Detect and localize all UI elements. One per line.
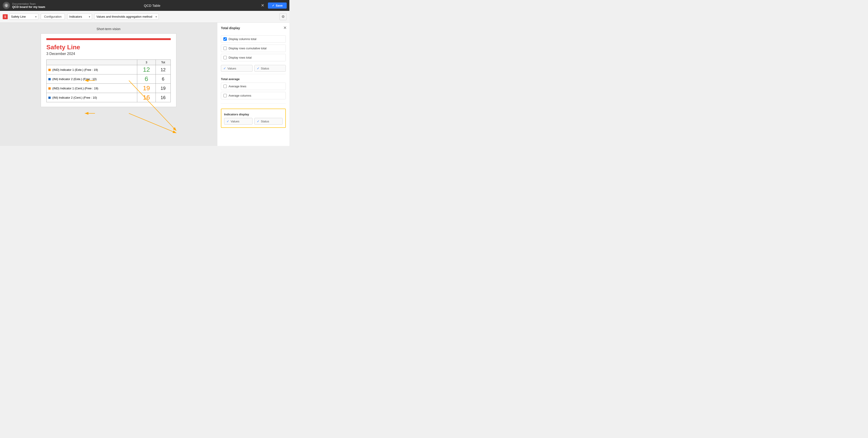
- status-label: Status: [261, 67, 269, 70]
- average-columns-label: Average columns: [228, 94, 251, 97]
- title-bar: Q Documentation Team QCD board for my te…: [0, 0, 289, 11]
- indicators-values-check-icon: ✓: [226, 119, 229, 123]
- chart-wrapper: Safety Line 3 December 2024 3 Tot: [41, 33, 176, 107]
- save-button[interactable]: ✓ Save: [268, 2, 287, 8]
- safety-line-title: Safety Line: [46, 43, 171, 51]
- indicators-select[interactable]: Indicators: [67, 13, 92, 20]
- values-check-icon: ✓: [223, 66, 226, 70]
- col-header-label: [46, 60, 137, 65]
- app-logo: Q: [3, 2, 10, 9]
- average-columns-row: Average columns: [221, 92, 286, 99]
- indicators-status-button[interactable]: ✓ Status: [254, 118, 283, 125]
- save-check-icon: ✓: [272, 4, 275, 7]
- tot-value: 16: [160, 95, 165, 100]
- data-table: 3 Tot (IND) Indicator 1 (Exte.) (Free : …: [46, 59, 171, 102]
- table-cell-tot: 16: [156, 93, 170, 102]
- col3-value: 16: [143, 94, 150, 101]
- table-cell-col3: 6: [137, 75, 156, 84]
- table-row-label: (INI) Indicator 2 (Cent.) (Free : 10): [46, 93, 137, 102]
- table-cell-col3: 12: [137, 65, 156, 75]
- average-lines-row: Average lines: [221, 83, 286, 90]
- table-cell-tot: 12: [156, 65, 170, 75]
- svg-line-6: [129, 113, 176, 133]
- chart-container: Safety Line 3 December 2024 3 Tot: [41, 33, 176, 107]
- average-lines-checkbox[interactable]: [223, 85, 227, 88]
- display-rows-cumulative-total-label: Display rows cumulative total: [228, 47, 267, 50]
- table-row-label: (INI) Indicator 2 (Exte.) (Free : 10): [46, 75, 137, 84]
- table-cell-col3: 19: [137, 84, 156, 93]
- indicators-display-title: Indicators display: [224, 113, 283, 116]
- safety-line-icon: S: [3, 14, 8, 19]
- org-name: Documentation Team: [12, 2, 45, 5]
- tot-value: 19: [160, 86, 165, 91]
- col3-value: 12: [143, 66, 150, 73]
- right-panel-close-button[interactable]: ✕: [283, 25, 287, 30]
- values-button[interactable]: ✓ Values: [221, 65, 253, 72]
- table-cell-col3: 16: [137, 93, 156, 102]
- toolbar: S Safety Line ▾ Configuration Indicators…: [0, 11, 289, 23]
- chart-date: 3 December 2024: [46, 52, 171, 56]
- chart-panel: Short-term vision Safety Line 3 December…: [0, 23, 217, 146]
- display-columns-total-row: Display columns total: [221, 35, 286, 43]
- gear-button[interactable]: ⚙: [279, 13, 287, 20]
- aggregation-wrapper: Values and thresholds aggregation method…: [94, 13, 159, 20]
- col-header-tot: Tot: [156, 60, 170, 65]
- average-columns-checkbox[interactable]: [223, 94, 227, 97]
- status-button[interactable]: ✓ Status: [254, 65, 286, 72]
- indicators-values-label: Values: [230, 120, 240, 123]
- title-bar-org: Documentation Team QCD board for my team: [12, 2, 45, 8]
- svg-text:Q: Q: [5, 4, 7, 7]
- red-accent-bar: [46, 38, 171, 40]
- average-lines-label: Average lines: [228, 85, 246, 88]
- board-name: QCD board for my team: [12, 5, 45, 8]
- window-title: QCD Table: [144, 4, 160, 7]
- status-check-icon: ✓: [257, 66, 259, 70]
- indicators-values-button[interactable]: ✓ Values: [224, 118, 253, 125]
- vision-label: Short-term vision: [97, 27, 121, 31]
- table-row-label: (IND) Indicator 1 (Cent.) (Free : 19): [46, 84, 137, 93]
- display-rows-total-row: Display rows total: [221, 54, 286, 61]
- indicators-display-box: Indicators display ✓ Values ✓ Status: [221, 109, 286, 128]
- values-status-row: ✓ Values ✓ Status: [221, 65, 286, 72]
- display-columns-total-label: Display columns total: [228, 37, 256, 41]
- close-window-button[interactable]: ✕: [259, 2, 266, 9]
- col3-value: 19: [143, 85, 150, 92]
- right-panel-title: Total display: [221, 26, 240, 30]
- tot-value: 12: [160, 67, 165, 72]
- table-cell-tot: 19: [156, 84, 170, 93]
- divider-1: [221, 74, 286, 74]
- right-panel: Total display ✕ Display columns total Di…: [217, 23, 289, 146]
- tot-value: 6: [162, 77, 164, 82]
- col-header-3: 3: [137, 60, 156, 65]
- safety-line-wrapper: S Safety Line ▾: [3, 13, 38, 20]
- display-rows-total-label: Display rows total: [228, 56, 252, 59]
- display-rows-cumulative-total-row: Display rows cumulative total: [221, 45, 286, 52]
- display-columns-total-checkbox[interactable]: [223, 37, 227, 41]
- indicators-wrapper: Indicators ▾: [67, 13, 92, 20]
- table-cell-tot: 6: [156, 75, 170, 84]
- main-content: Short-term vision Safety Line 3 December…: [0, 23, 289, 146]
- indicators-values-status-row: ✓ Values ✓ Status: [224, 118, 283, 125]
- save-label: Save: [276, 4, 283, 7]
- indicators-status-check-icon: ✓: [257, 119, 259, 123]
- indicators-status-label: Status: [261, 120, 269, 123]
- col3-value: 6: [145, 75, 148, 82]
- table-row-label: (IND) Indicator 1 (Exte.) (Free : 19): [46, 65, 137, 75]
- display-rows-total-checkbox[interactable]: [223, 56, 227, 59]
- total-average-title: Total average: [221, 77, 286, 81]
- title-bar-left: Q Documentation Team QCD board for my te…: [3, 2, 45, 9]
- configuration-button[interactable]: Configuration: [41, 13, 65, 20]
- values-label: Values: [227, 67, 236, 70]
- display-rows-cumulative-total-checkbox[interactable]: [223, 47, 227, 50]
- aggregation-select[interactable]: Values and thresholds aggregation method: [94, 13, 159, 20]
- title-bar-right: ✕ ✓ Save: [259, 2, 287, 9]
- safety-line-select[interactable]: Safety Line: [9, 13, 38, 20]
